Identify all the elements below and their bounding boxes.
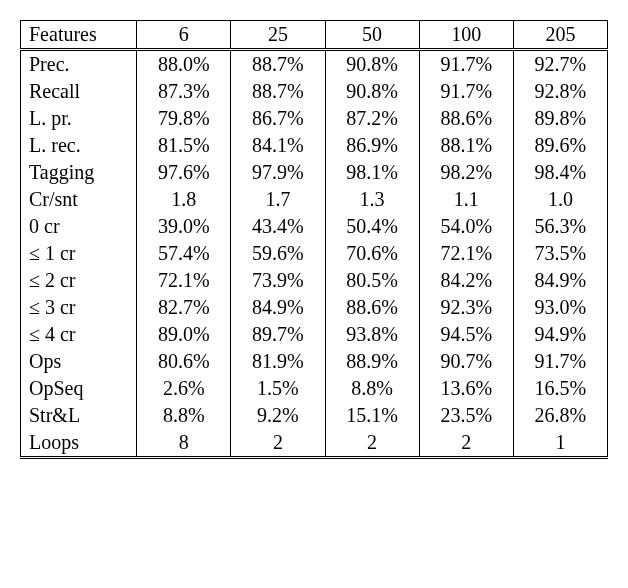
table-row: L. rec.81.5%84.1%86.9%88.1%89.6%	[21, 132, 608, 159]
cell-value: 91.7%	[513, 348, 607, 375]
cell-value: 50.4%	[325, 213, 419, 240]
cell-value: 94.5%	[419, 321, 513, 348]
cell-value: 92.7%	[513, 50, 607, 79]
table-body: Prec.88.0%88.7%90.8%91.7%92.7%Recall87.3…	[21, 50, 608, 458]
cell-value: 80.6%	[137, 348, 231, 375]
cell-value: 59.6%	[231, 240, 325, 267]
cell-value: 88.6%	[325, 294, 419, 321]
cell-value: 73.9%	[231, 267, 325, 294]
cell-value: 88.7%	[231, 78, 325, 105]
row-label: L. pr.	[21, 105, 137, 132]
cell-value: 2	[231, 429, 325, 458]
cell-value: 93.8%	[325, 321, 419, 348]
cell-value: 16.5%	[513, 375, 607, 402]
cell-value: 84.9%	[231, 294, 325, 321]
cell-value: 87.2%	[325, 105, 419, 132]
row-label: ≤ 4 cr	[21, 321, 137, 348]
cell-value: 86.7%	[231, 105, 325, 132]
cell-value: 92.3%	[419, 294, 513, 321]
row-label: Ops	[21, 348, 137, 375]
cell-value: 1	[513, 429, 607, 458]
cell-value: 81.5%	[137, 132, 231, 159]
table-row: Loops82221	[21, 429, 608, 458]
cell-value: 2	[419, 429, 513, 458]
cell-value: 98.1%	[325, 159, 419, 186]
table-row: ≤ 4 cr89.0%89.7%93.8%94.5%94.9%	[21, 321, 608, 348]
cell-value: 1.7	[231, 186, 325, 213]
cell-value: 89.7%	[231, 321, 325, 348]
cell-value: 1.8	[137, 186, 231, 213]
cell-value: 8	[137, 429, 231, 458]
cell-value: 13.6%	[419, 375, 513, 402]
cell-value: 89.0%	[137, 321, 231, 348]
row-label: OpSeq	[21, 375, 137, 402]
cell-value: 90.8%	[325, 50, 419, 79]
row-label: L. rec.	[21, 132, 137, 159]
table-row: Tagging97.6%97.9%98.1%98.2%98.4%	[21, 159, 608, 186]
col-header-25: 25	[231, 21, 325, 50]
cell-value: 39.0%	[137, 213, 231, 240]
table-header: Features 6 25 50 100 205	[21, 21, 608, 50]
cell-value: 87.3%	[137, 78, 231, 105]
cell-value: 93.0%	[513, 294, 607, 321]
cell-value: 43.4%	[231, 213, 325, 240]
cell-value: 88.7%	[231, 50, 325, 79]
cell-value: 15.1%	[325, 402, 419, 429]
cell-value: 88.6%	[419, 105, 513, 132]
cell-value: 1.0	[513, 186, 607, 213]
results-table: Features 6 25 50 100 205 Prec.88.0%88.7%…	[20, 20, 608, 459]
row-label: Str&L	[21, 402, 137, 429]
cell-value: 2.6%	[137, 375, 231, 402]
table-row: 0 cr39.0%43.4%50.4%54.0%56.3%	[21, 213, 608, 240]
table-row: ≤ 3 cr82.7%84.9%88.6%92.3%93.0%	[21, 294, 608, 321]
cell-value: 98.2%	[419, 159, 513, 186]
cell-value: 88.9%	[325, 348, 419, 375]
cell-value: 80.5%	[325, 267, 419, 294]
cell-value: 86.9%	[325, 132, 419, 159]
table-row: ≤ 1 cr57.4%59.6%70.6%72.1%73.5%	[21, 240, 608, 267]
table-row: Prec.88.0%88.7%90.8%91.7%92.7%	[21, 50, 608, 79]
table-row: L. pr.79.8%86.7%87.2%88.6%89.8%	[21, 105, 608, 132]
cell-value: 97.9%	[231, 159, 325, 186]
cell-value: 1.1	[419, 186, 513, 213]
cell-value: 23.5%	[419, 402, 513, 429]
table-row: Cr/snt1.81.71.31.11.0	[21, 186, 608, 213]
col-header-50: 50	[325, 21, 419, 50]
cell-value: 8.8%	[137, 402, 231, 429]
row-label: Recall	[21, 78, 137, 105]
cell-value: 82.7%	[137, 294, 231, 321]
cell-value: 73.5%	[513, 240, 607, 267]
cell-value: 84.9%	[513, 267, 607, 294]
cell-value: 57.4%	[137, 240, 231, 267]
cell-value: 8.8%	[325, 375, 419, 402]
table-row: ≤ 2 cr72.1%73.9%80.5%84.2%84.9%	[21, 267, 608, 294]
row-label: Tagging	[21, 159, 137, 186]
table-row: OpSeq2.6%1.5%8.8%13.6%16.5%	[21, 375, 608, 402]
cell-value: 84.2%	[419, 267, 513, 294]
row-label: ≤ 1 cr	[21, 240, 137, 267]
cell-value: 89.6%	[513, 132, 607, 159]
table-row: Ops80.6%81.9%88.9%90.7%91.7%	[21, 348, 608, 375]
col-header-205: 205	[513, 21, 607, 50]
cell-value: 88.1%	[419, 132, 513, 159]
cell-value: 72.1%	[419, 240, 513, 267]
cell-value: 98.4%	[513, 159, 607, 186]
cell-value: 26.8%	[513, 402, 607, 429]
cell-value: 9.2%	[231, 402, 325, 429]
cell-value: 72.1%	[137, 267, 231, 294]
cell-value: 94.9%	[513, 321, 607, 348]
col-header-6: 6	[137, 21, 231, 50]
cell-value: 90.8%	[325, 78, 419, 105]
cell-value: 70.6%	[325, 240, 419, 267]
cell-value: 79.8%	[137, 105, 231, 132]
col-header-features: Features	[21, 21, 137, 50]
cell-value: 88.0%	[137, 50, 231, 79]
cell-value: 91.7%	[419, 78, 513, 105]
row-label: 0 cr	[21, 213, 137, 240]
cell-value: 1.3	[325, 186, 419, 213]
cell-value: 90.7%	[419, 348, 513, 375]
cell-value: 2	[325, 429, 419, 458]
cell-value: 56.3%	[513, 213, 607, 240]
row-label: Cr/snt	[21, 186, 137, 213]
cell-value: 89.8%	[513, 105, 607, 132]
